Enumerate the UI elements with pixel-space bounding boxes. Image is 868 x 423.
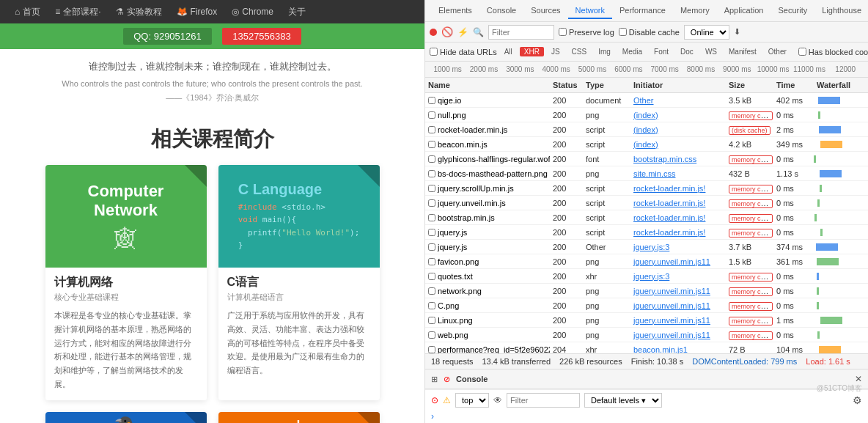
cell-initiator[interactable]: jquery.unveil.min.js11: [630, 330, 726, 340]
course-card-web[interactable]: 🕷 Web Technology Web Technology: [218, 412, 380, 423]
cell-initiator[interactable]: bootstrap.min.css: [630, 154, 726, 164]
filter-doc[interactable]: Doc: [676, 47, 698, 56]
search-icon[interactable]: 🔍: [473, 27, 484, 37]
nav-item-about[interactable]: 关于: [281, 6, 313, 18]
tab-elements[interactable]: Elements: [431, 3, 479, 19]
cell-initiator[interactable]: jquery.js:3: [630, 242, 726, 252]
download-icon[interactable]: ⬇: [734, 27, 740, 37]
console-close-icon[interactable]: ✕: [855, 374, 862, 384]
tab-lighthouse[interactable]: Lighthouse: [814, 3, 868, 19]
nav-item-courses[interactable]: ≡ 全部课程·: [48, 6, 108, 18]
table-row[interactable]: favicon.png 200pngjquery.unveil.min.js11…: [425, 254, 868, 269]
cell-initiator[interactable]: rocket-loader.min.js!: [630, 183, 726, 194]
table-row[interactable]: jquery.unveil.min.js 200scriptrocket-loa…: [425, 196, 868, 210]
row-checkbox[interactable]: [428, 346, 435, 353]
table-row[interactable]: bootstrap.min.js 200scriptrocket-loader.…: [425, 210, 868, 225]
table-row[interactable]: performance?req_id=5f2e960228e10193 204x…: [425, 342, 868, 353]
row-checkbox[interactable]: [428, 111, 435, 119]
tab-sources[interactable]: Sources: [523, 3, 567, 19]
row-checkbox[interactable]: [428, 317, 435, 324]
cell-initiator[interactable]: site.min.css: [630, 169, 726, 179]
tab-performance[interactable]: Performance: [612, 3, 673, 19]
filter-input[interactable]: [488, 25, 554, 40]
throttle-dropdown[interactable]: Online: [684, 25, 729, 40]
tab-memory[interactable]: Memory: [673, 3, 717, 19]
blocked-cookies-checkbox[interactable]: [798, 48, 806, 56]
cell-initiator[interactable]: rocket-loader.min.js!: [630, 198, 726, 208]
table-row[interactable]: Linux.png 200pngjquery.unveil.min.js11me…: [425, 313, 868, 328]
col-type[interactable]: Type: [583, 79, 630, 91]
console-context-dropdown[interactable]: top: [455, 393, 489, 408]
table-row[interactable]: bs-docs-masthead-pattern.png 200pngsite.…: [425, 166, 868, 181]
row-checkbox[interactable]: [428, 97, 435, 104]
cell-initiator[interactable]: (index): [630, 110, 726, 120]
table-row[interactable]: jquery.scrollUp.min.js 200scriptrocket-l…: [425, 181, 868, 196]
console-filter-input[interactable]: [507, 393, 580, 408]
nav-item-chrome[interactable]: ◎ Chrome: [224, 7, 281, 17]
filter-icon[interactable]: ⚡: [457, 27, 468, 37]
row-checkbox[interactable]: [428, 141, 435, 148]
nav-item-firefox[interactable]: 🦊 Firefox: [169, 7, 225, 17]
cell-initiator[interactable]: jquery.unveil.min.js11: [630, 257, 726, 267]
cell-initiator[interactable]: rocket-loader.min.js!: [630, 227, 726, 238]
row-checkbox[interactable]: [428, 287, 435, 295]
row-checkbox[interactable]: [428, 170, 435, 177]
col-status[interactable]: Status: [550, 79, 583, 91]
col-name[interactable]: Name: [425, 79, 550, 91]
row-checkbox[interactable]: [428, 126, 435, 133]
row-checkbox[interactable]: [428, 185, 435, 192]
filter-all[interactable]: All: [500, 47, 517, 56]
row-checkbox[interactable]: [428, 258, 435, 265]
qq-contact[interactable]: QQ: 929051261: [123, 28, 212, 45]
filter-ws[interactable]: WS: [701, 47, 721, 56]
table-row[interactable]: beacon.min.js 200script(index)4.2 kB349 …: [425, 137, 868, 152]
tab-network[interactable]: Network: [568, 3, 612, 19]
row-checkbox[interactable]: [428, 331, 435, 339]
disable-cache-checkbox[interactable]: [619, 28, 627, 36]
course-card-computer-network[interactable]: ComputerNetwork 🕸 计算机网络 核心专业基础课程 本课程是各专业…: [45, 165, 207, 400]
row-checkbox[interactable]: [428, 199, 435, 207]
tab-security[interactable]: Security: [770, 3, 814, 19]
filter-css[interactable]: CSS: [567, 47, 592, 56]
filter-xhr[interactable]: XHR: [520, 47, 544, 56]
col-time[interactable]: Time: [773, 79, 814, 91]
filter-js[interactable]: JS: [547, 47, 564, 56]
hide-data-urls-checkbox[interactable]: [430, 48, 438, 56]
row-checkbox[interactable]: [428, 273, 435, 280]
cell-initiator[interactable]: jquery.unveil.min.js11: [630, 315, 726, 325]
filter-font[interactable]: Font: [650, 47, 673, 56]
row-checkbox[interactable]: [428, 243, 435, 251]
filter-manifest[interactable]: Manifest: [724, 47, 761, 56]
table-row[interactable]: rocket-loader.min.js 200script(index)(di…: [425, 122, 868, 137]
cell-initiator[interactable]: rocket-loader.min.js!: [630, 213, 726, 223]
table-row[interactable]: web.png 200pngjquery.unveil.min.js11memo…: [425, 328, 868, 342]
tab-console[interactable]: Console: [479, 3, 523, 19]
cell-initiator[interactable]: jquery.unveil.min.js11: [630, 286, 726, 296]
cell-initiator[interactable]: Other: [630, 95, 726, 106]
console-toggle-icon[interactable]: ⊞: [431, 375, 438, 384]
filter-img[interactable]: Img: [594, 47, 615, 56]
col-waterfall[interactable]: Waterfall: [814, 79, 868, 91]
row-checkbox[interactable]: [428, 229, 435, 236]
cell-initiator[interactable]: (index): [630, 139, 726, 150]
cell-initiator[interactable]: jquery.js:3: [630, 271, 726, 282]
preserve-log-checkbox[interactable]: [559, 28, 567, 36]
row-checkbox[interactable]: [428, 155, 435, 163]
cell-initiator[interactable]: (index): [630, 125, 726, 135]
table-row[interactable]: quotes.txt 200xhrjquery.js:3memory ca...…: [425, 269, 868, 284]
table-row[interactable]: jquery.js 200scriptrocket-loader.min.js!…: [425, 225, 868, 240]
console-level-dropdown[interactable]: Default levels ▾: [584, 393, 662, 408]
console-settings-icon[interactable]: ⚙: [853, 394, 862, 406]
cell-initiator[interactable]: jquery.unveil.min.js11: [630, 301, 726, 311]
phone-contact[interactable]: 13527556383: [222, 28, 301, 45]
table-row[interactable]: network.png 200pngjquery.unveil.min.js11…: [425, 284, 868, 298]
record-button[interactable]: [430, 29, 437, 36]
col-initiator[interactable]: Initiator: [630, 79, 726, 91]
row-checkbox[interactable]: [428, 214, 435, 221]
clear-button[interactable]: 🚫: [441, 26, 453, 37]
col-size[interactable]: Size: [726, 79, 773, 91]
nav-item-home[interactable]: ⌂ 首页: [7, 6, 48, 18]
eye-icon[interactable]: 👁: [493, 395, 502, 405]
filter-other[interactable]: Other: [764, 47, 791, 56]
table-row[interactable]: C.png 200pngjquery.unveil.min.js11memory…: [425, 298, 868, 313]
